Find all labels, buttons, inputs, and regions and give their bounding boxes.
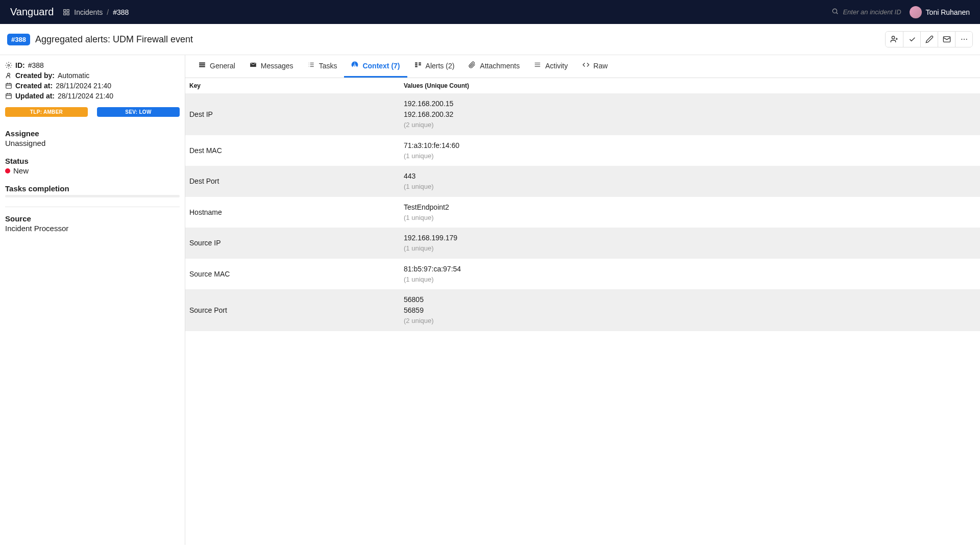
breadcrumb-sep: / xyxy=(107,8,109,16)
breadcrumb-current: #388 xyxy=(113,8,129,16)
avatar xyxy=(910,6,922,18)
search-placeholder: Enter an incident ID xyxy=(843,8,901,16)
svg-rect-3 xyxy=(67,13,69,15)
tab-raw[interactable]: Raw xyxy=(575,55,615,78)
tab-general[interactable]: General xyxy=(191,55,242,78)
alerts-icon xyxy=(414,61,422,70)
svg-rect-14 xyxy=(199,62,205,63)
calendar-icon xyxy=(5,92,12,99)
table-row: Source Port5680556859(2 unique) xyxy=(185,289,980,331)
tab-attachments[interactable]: Attachments xyxy=(461,55,527,78)
svg-rect-20 xyxy=(419,62,421,63)
resolve-button[interactable] xyxy=(903,32,920,47)
activity-icon xyxy=(534,61,541,70)
email-button[interactable] xyxy=(938,32,955,47)
tab-bar: General Messages Tasks Context (7) Alert… xyxy=(185,55,980,78)
page-header: #388 Aggregated alerts: UDM Firewall eve… xyxy=(0,24,980,55)
context-table: Key Values (Unique Count) Dest IP192.168… xyxy=(185,78,980,331)
tasks-completion-field: Tasks completion xyxy=(5,184,180,197)
page-title: Aggregated alerts: UDM Firewall event xyxy=(35,34,193,45)
tab-context[interactable]: Context (7) xyxy=(344,55,407,78)
svg-rect-12 xyxy=(6,84,12,88)
svg-rect-0 xyxy=(64,9,66,11)
table-row: Source MAC81:b5:97:ca:97:54(1 unique) xyxy=(185,259,980,290)
tlp-badge: TLP: AMBER xyxy=(5,107,88,117)
tab-activity[interactable]: Activity xyxy=(527,55,575,78)
context-values: 71:a3:10:fe:14:60(1 unique) xyxy=(400,135,980,166)
svg-point-8 xyxy=(964,39,965,40)
context-key: Dest IP xyxy=(185,93,400,135)
col-values: Values (Unique Count) xyxy=(400,78,980,93)
meta-id: ID: #388 xyxy=(5,61,180,69)
topbar: Vanguard Incidents / #388 Enter an incid… xyxy=(0,0,980,24)
svg-point-11 xyxy=(8,73,10,76)
svg-rect-21 xyxy=(419,64,421,65)
svg-point-9 xyxy=(966,39,967,40)
table-row: HostnameTestEndpoint2(1 unique) xyxy=(185,197,980,228)
svg-rect-18 xyxy=(415,64,418,65)
calendar-icon xyxy=(5,82,12,89)
status-dot-icon xyxy=(5,168,10,173)
context-key: Hostname xyxy=(185,197,400,228)
source-field: Source Incident Processor xyxy=(5,214,180,233)
context-key: Dest Port xyxy=(185,166,400,197)
context-key: Source Port xyxy=(185,289,400,331)
svg-rect-17 xyxy=(415,62,418,63)
more-button[interactable] xyxy=(955,32,972,47)
table-row: Dest Port443(1 unique) xyxy=(185,166,980,197)
grid-icon[interactable] xyxy=(63,9,70,16)
incident-id-badge: #388 xyxy=(7,34,30,45)
context-values: 192.168.200.15192.168.200.32(2 unique) xyxy=(400,93,980,135)
tasks-progress-bar xyxy=(5,195,180,197)
code-icon xyxy=(582,61,590,70)
fingerprint-icon xyxy=(351,61,358,70)
status-field: Status New xyxy=(5,157,180,175)
svg-rect-16 xyxy=(199,66,205,67)
meta-updated-at: Updated at: 28/11/2024 21:40 xyxy=(5,92,180,100)
assignee-field: Assignee Unassigned xyxy=(5,129,180,147)
divider xyxy=(5,207,180,207)
tab-messages[interactable]: Messages xyxy=(242,55,301,78)
paperclip-icon xyxy=(469,61,476,70)
user-menu[interactable]: Toni Ruhanen xyxy=(910,6,970,18)
svg-rect-1 xyxy=(67,9,69,11)
tab-tasks[interactable]: Tasks xyxy=(301,55,345,78)
svg-rect-13 xyxy=(6,94,12,98)
svg-point-5 xyxy=(892,36,894,39)
incident-sidebar: ID: #388 Created by: Automatic Created a… xyxy=(0,55,185,545)
user-name: Toni Ruhanen xyxy=(926,8,970,16)
svg-rect-15 xyxy=(199,64,205,65)
context-values: 81:b5:97:ca:97:54(1 unique) xyxy=(400,259,980,290)
context-values: 443(1 unique) xyxy=(400,166,980,197)
context-values: TestEndpoint2(1 unique) xyxy=(400,197,980,228)
svg-rect-2 xyxy=(64,13,66,15)
meta-created-by: Created by: Automatic xyxy=(5,71,180,80)
edit-button[interactable] xyxy=(920,32,938,47)
context-key: Source IP xyxy=(185,228,400,259)
table-row: Dest IP192.168.200.15192.168.200.32(2 un… xyxy=(185,93,980,135)
svg-point-4 xyxy=(833,9,837,13)
main-panel: General Messages Tasks Context (7) Alert… xyxy=(185,55,980,545)
meta-created-at: Created at: 28/11/2024 21:40 xyxy=(5,82,180,90)
table-row: Dest MAC71:a3:10:fe:14:60(1 unique) xyxy=(185,135,980,166)
brand[interactable]: Vanguard xyxy=(10,6,54,18)
svg-point-10 xyxy=(8,64,10,66)
tab-alerts[interactable]: Alerts (2) xyxy=(407,55,462,78)
col-key: Key xyxy=(185,78,400,93)
header-actions xyxy=(885,31,973,47)
table-row: Source IP192.168.199.179(1 unique) xyxy=(185,228,980,259)
gear-icon xyxy=(5,62,12,69)
checklist-icon xyxy=(308,61,315,70)
context-key: Source MAC xyxy=(185,259,400,290)
svg-point-7 xyxy=(961,39,962,40)
context-key: Dest MAC xyxy=(185,135,400,166)
context-values: 5680556859(2 unique) xyxy=(400,289,980,331)
incident-search[interactable]: Enter an incident ID xyxy=(831,8,901,16)
assign-button[interactable] xyxy=(886,32,903,47)
breadcrumb-incidents[interactable]: Incidents xyxy=(74,8,103,16)
user-icon xyxy=(5,72,12,79)
search-icon xyxy=(831,8,839,16)
breadcrumb: Incidents / #388 xyxy=(63,8,129,16)
context-values: 192.168.199.179(1 unique) xyxy=(400,228,980,259)
general-icon xyxy=(199,61,206,70)
